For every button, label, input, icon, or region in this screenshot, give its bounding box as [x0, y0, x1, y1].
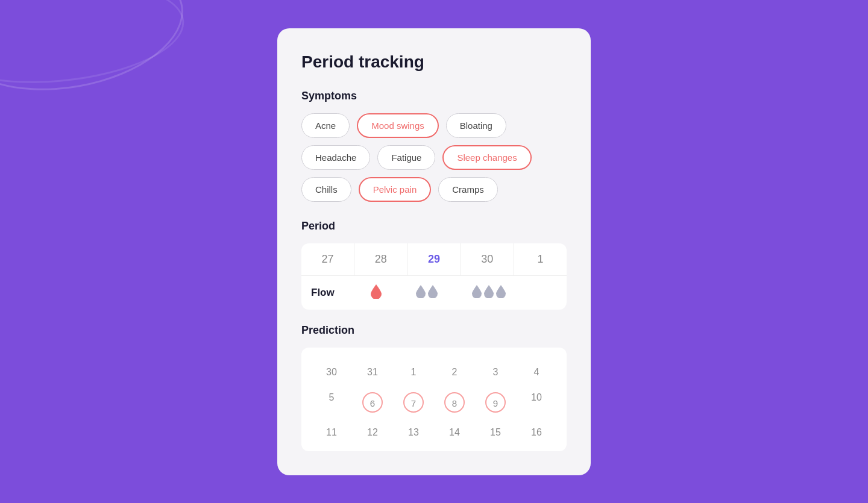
period-day-28[interactable]: 28 [354, 243, 407, 275]
prediction-title: Prediction [301, 324, 567, 337]
prediction-section: Prediction 303112345678910111213141516 [301, 324, 567, 451]
pred-cell-10[interactable]: 10 [516, 385, 557, 420]
symptom-chip-mood-swings[interactable]: Mood swings [357, 113, 439, 138]
prediction-calendar: 303112345678910111213141516 [301, 348, 567, 451]
symptom-chip-fatigue[interactable]: Fatigue [377, 145, 435, 170]
period-title: Period [301, 220, 567, 233]
drop-icon [496, 285, 506, 301]
drop-icon [484, 285, 494, 301]
period-days-row: 272829301 [301, 243, 567, 276]
drop-icon [416, 285, 426, 301]
pred-cell-14[interactable]: 14 [434, 420, 475, 445]
pred-cell-13[interactable]: 13 [393, 420, 434, 445]
symptom-chip-cramps[interactable]: Cramps [438, 177, 498, 202]
period-day-27[interactable]: 27 [301, 243, 354, 275]
period-calendar: 272829301 Flow [301, 243, 567, 310]
drop-icon [371, 284, 382, 301]
prediction-grid: 303112345678910111213141516 [311, 360, 557, 445]
pred-cell-4[interactable]: 4 [516, 360, 557, 385]
symptom-row: AcneMood swingsBloating [301, 113, 567, 138]
symptom-chip-sleep-changes[interactable]: Sleep changes [442, 145, 531, 170]
pred-cell-8[interactable]: 8 [434, 385, 475, 420]
drop-icon [472, 285, 482, 301]
flow-row: Flow [301, 276, 567, 310]
flow-group-0 [371, 284, 382, 301]
pred-cell-12[interactable]: 12 [352, 420, 393, 445]
flow-drops [353, 284, 557, 301]
symptom-chip-headache[interactable]: Headache [301, 145, 370, 170]
pred-cell-6[interactable]: 6 [352, 385, 393, 420]
symptom-chip-chills[interactable]: Chills [301, 177, 351, 202]
symptom-row: ChillsPelvic painCramps [301, 177, 567, 202]
period-day-1[interactable]: 1 [514, 243, 567, 275]
symptom-chip-pelvic-pain[interactable]: Pelvic pain [359, 177, 432, 202]
period-section: Period 272829301 Flow [301, 220, 567, 310]
symptoms-section: Symptoms AcneMood swingsBloatingHeadache… [301, 90, 567, 202]
page-title: Period tracking [301, 52, 567, 72]
pred-cell-1[interactable]: 1 [393, 360, 434, 385]
pred-cell-15[interactable]: 15 [475, 420, 516, 445]
main-card: Period tracking Symptoms AcneMood swings… [277, 28, 591, 475]
pred-cell-5[interactable]: 5 [311, 385, 352, 420]
pred-cell-31[interactable]: 31 [352, 360, 393, 385]
symptom-row: HeadacheFatigueSleep changes [301, 145, 567, 170]
symptom-chip-acne[interactable]: Acne [301, 113, 350, 138]
pred-cell-11[interactable]: 11 [311, 420, 352, 445]
pred-cell-2[interactable]: 2 [434, 360, 475, 385]
period-day-30[interactable]: 30 [461, 243, 514, 275]
flow-group-2 [472, 285, 506, 301]
drop-icon [428, 285, 438, 301]
pred-cell-16[interactable]: 16 [516, 420, 557, 445]
symptom-chip-bloating[interactable]: Bloating [446, 113, 506, 138]
pred-cell-7[interactable]: 7 [393, 385, 434, 420]
flow-label: Flow [311, 287, 353, 299]
pred-cell-9[interactable]: 9 [475, 385, 516, 420]
flow-group-1 [416, 285, 438, 301]
pred-cell-3[interactable]: 3 [475, 360, 516, 385]
period-day-29[interactable]: 29 [407, 243, 461, 275]
symptoms-grid: AcneMood swingsBloatingHeadacheFatigueSl… [301, 113, 567, 202]
pred-cell-30[interactable]: 30 [311, 360, 352, 385]
symptoms-title: Symptoms [301, 90, 567, 102]
